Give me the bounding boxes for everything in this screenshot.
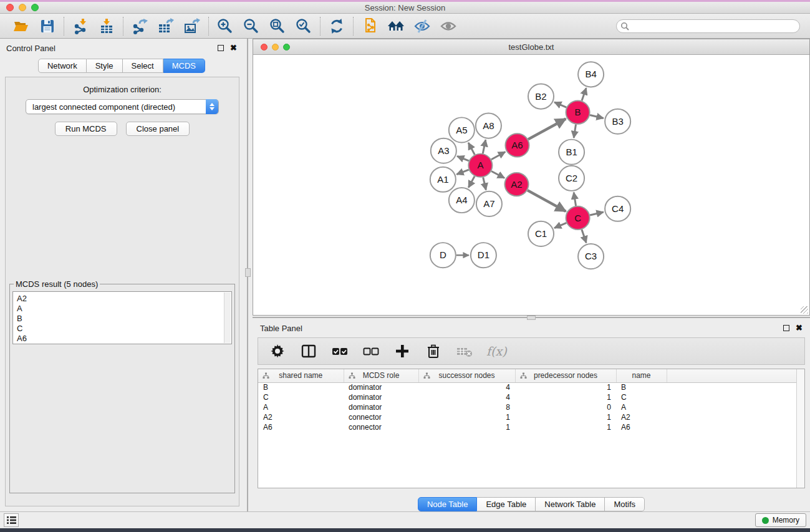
hide-selected-icon[interactable] — [413, 17, 431, 35]
column-header[interactable]: successor nodes — [418, 369, 515, 382]
graph-edge-A-A5[interactable] — [468, 143, 475, 155]
graph-node-A6[interactable]: A6 — [505, 133, 529, 157]
select-all-icon[interactable] — [330, 342, 349, 360]
graph-node-A[interactable]: A — [468, 154, 492, 177]
import-table-icon[interactable] — [98, 17, 115, 35]
graph-node-B3[interactable]: B3 — [605, 109, 630, 134]
tab-network[interactable]: Network — [38, 59, 87, 73]
list-item[interactable]: A2 — [17, 294, 231, 304]
export-network-icon[interactable] — [131, 17, 148, 35]
graph-edge-A6-B[interactable] — [528, 119, 566, 140]
graph-edge-B-B4[interactable] — [582, 88, 586, 100]
table-settings-icon[interactable] — [268, 342, 287, 360]
list-item[interactable]: B — [17, 314, 231, 324]
vertical-splitter[interactable] — [243, 39, 253, 511]
graph-node-B4[interactable]: B4 — [578, 62, 604, 87]
splitter-grip[interactable] — [245, 268, 251, 277]
tab-motifs[interactable]: Motifs — [605, 497, 645, 511]
refresh-layout-icon[interactable] — [328, 17, 345, 35]
first-neighbors-icon[interactable] — [387, 17, 405, 35]
delete-table-icon[interactable] — [455, 342, 474, 360]
table-scrollbar[interactable] — [796, 369, 804, 488]
graph-node-C4[interactable]: C4 — [605, 196, 630, 221]
graph-edge-B-B1[interactable] — [574, 124, 576, 138]
zoom-out-icon[interactable] — [243, 17, 260, 35]
graph-edge-A-A1[interactable] — [456, 170, 468, 174]
graph-edge-A-A7[interactable] — [483, 177, 486, 190]
graph-edge-A-A8[interactable] — [483, 140, 485, 153]
graph-edge-A-A4[interactable] — [468, 177, 475, 188]
mcds-result-list[interactable]: A2 A B C A6 — [12, 291, 232, 344]
tab-select[interactable]: Select — [123, 59, 163, 73]
graph-node-C1[interactable]: C1 — [528, 221, 554, 246]
run-mcds-button[interactable]: Run MCDS — [55, 122, 117, 136]
graph-edge-C-C1[interactable] — [554, 223, 566, 228]
list-scrollbar[interactable] — [224, 293, 231, 343]
open-file-icon[interactable] — [12, 17, 30, 35]
zoom-in-icon[interactable] — [216, 17, 234, 35]
graph-node-C[interactable]: C — [566, 206, 590, 230]
graph-node-B[interactable]: B — [566, 100, 590, 123]
show-all-icon[interactable] — [440, 17, 457, 35]
optimization-criterion-select[interactable]: largest connected component (directed) — [26, 99, 219, 114]
list-item[interactable]: C — [17, 324, 231, 334]
graph-edge-A2-C[interactable] — [528, 190, 566, 211]
delete-column-icon[interactable] — [424, 342, 443, 360]
tab-style[interactable]: Style — [87, 59, 123, 73]
list-item[interactable]: A — [17, 304, 231, 314]
graph-node-A7[interactable]: A7 — [476, 191, 502, 216]
graph-node-C2[interactable]: C2 — [559, 166, 584, 191]
memory-button[interactable]: Memory — [755, 513, 806, 527]
graph-edge-B-B2[interactable] — [554, 102, 566, 107]
new-network-from-file-icon[interactable] — [361, 17, 378, 35]
close-panel-button[interactable]: Close panel — [126, 122, 190, 136]
add-column-icon[interactable] — [393, 342, 412, 360]
graph-edge-C-C2[interactable] — [574, 193, 576, 206]
tab-mcds[interactable]: MCDS — [163, 59, 205, 73]
graph-node-A2[interactable]: A2 — [504, 173, 528, 196]
export-image-icon[interactable] — [183, 17, 201, 35]
graph-node-C3[interactable]: C3 — [578, 244, 604, 269]
float-panel-icon[interactable] — [783, 325, 789, 331]
column-header[interactable]: predecessor nodes — [515, 369, 616, 382]
deselect-all-icon[interactable] — [362, 342, 380, 360]
save-session-icon[interactable] — [39, 17, 56, 35]
show-column-icon[interactable] — [299, 342, 318, 360]
network-canvas[interactable]: AA1A2A3A4A5A6A7A8BB1B2B3B4CC1C2C3C4DD1 — [253, 55, 809, 315]
close-panel-icon[interactable]: ✖ — [796, 325, 803, 331]
graph-node-B2[interactable]: B2 — [528, 84, 554, 109]
graph-node-A5[interactable]: A5 — [449, 117, 475, 142]
column-header[interactable]: MCDS role — [344, 369, 418, 382]
horizontal-splitter[interactable] — [253, 316, 810, 320]
graph-node-A3[interactable]: A3 — [431, 138, 456, 163]
node-table[interactable]: shared name MCDS role successor nodes pr… — [258, 369, 805, 488]
export-table-icon[interactable] — [157, 17, 175, 35]
graph-node-A4[interactable]: A4 — [449, 188, 475, 213]
graph-edge-A-A2[interactable] — [491, 171, 504, 178]
resize-grip-icon[interactable] — [801, 306, 808, 314]
column-header[interactable]: name — [616, 369, 667, 382]
splitter-grip[interactable] — [527, 316, 536, 320]
table-row[interactable]: A6connector11A6 — [258, 422, 804, 432]
graph-edge-B-B3[interactable] — [590, 115, 604, 118]
table-row[interactable]: Bdominator41B — [258, 382, 804, 392]
graph-edge-A-A6[interactable] — [491, 152, 505, 159]
zoom-fit-icon[interactable] — [269, 17, 286, 35]
zoom-selected-icon[interactable] — [295, 17, 312, 35]
graph-node-D[interactable]: D — [430, 243, 456, 268]
search-input[interactable] — [616, 19, 800, 33]
close-panel-icon[interactable]: ✖ — [230, 45, 237, 51]
graph-edge-A-A3[interactable] — [457, 156, 469, 160]
task-history-button[interactable] — [4, 513, 19, 527]
float-panel-icon[interactable] — [218, 45, 224, 51]
graph-node-A1[interactable]: A1 — [430, 167, 456, 192]
table-row[interactable]: Adominator80A — [258, 402, 804, 412]
import-network-icon[interactable] — [72, 17, 89, 35]
table-row[interactable]: A2connector11A2 — [258, 412, 804, 422]
column-header[interactable]: shared name — [258, 369, 344, 382]
tab-node-table[interactable]: Node Table — [418, 497, 478, 511]
graph-node-A8[interactable]: A8 — [476, 114, 501, 138]
graph-node-B1[interactable]: B1 — [559, 140, 584, 165]
table-row[interactable]: Cdominator41C — [258, 392, 804, 402]
network-window-titlebar[interactable]: testGlobe.txt — [253, 39, 809, 55]
